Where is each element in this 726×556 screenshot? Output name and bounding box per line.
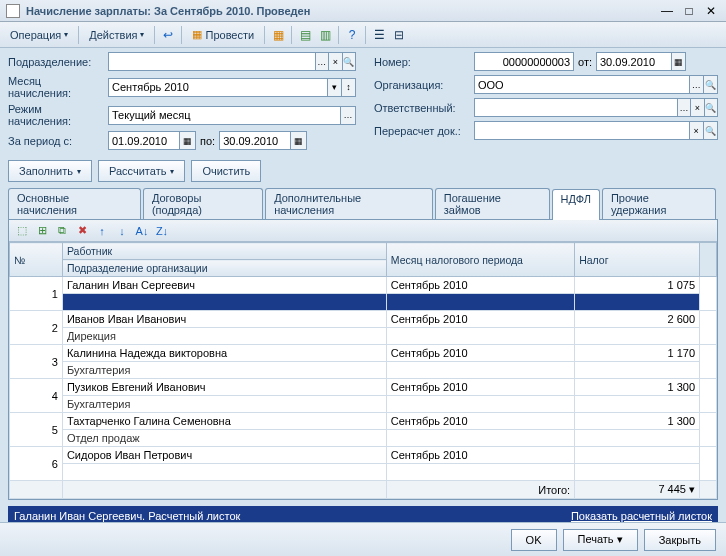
subdivision-input[interactable] [109,56,315,68]
table-row-sub[interactable]: Отдел продаж [10,430,717,447]
fill-button[interactable]: Заполнить [8,160,92,182]
period-from-input[interactable] [109,135,179,147]
number-field[interactable] [474,52,574,71]
total-label: Итого: [386,481,574,499]
list-icon[interactable]: ☰ [370,26,388,44]
search-icon[interactable]: 🔍 [703,122,717,139]
tree-icon[interactable]: ⊟ [390,26,408,44]
payslip-label: Галанин Иван Сергеевич. Расчетный листок [14,510,240,522]
sort-asc-icon[interactable]: A↓ [133,222,151,240]
close-form-button[interactable]: Закрыть [644,529,716,551]
sort-desc-icon[interactable]: Z↓ [153,222,171,240]
search-icon[interactable]: 🔍 [704,99,717,116]
table-row-sub[interactable] [10,464,717,481]
tab-loans[interactable]: Погашение займов [435,188,550,219]
insert-row-icon[interactable]: ⊞ [33,222,51,240]
data-grid[interactable]: № Работник Месяц налогового периода Нало… [9,242,717,499]
tab-main[interactable]: Основные начисления [8,188,141,219]
help-icon[interactable]: ? [343,26,361,44]
table-row[interactable]: 6Сидоров Иван ПетровичСентябрь 2010 [10,447,717,464]
clear-button[interactable]: Очистить [191,160,261,182]
period-to-label: по: [200,135,215,147]
clear-icon[interactable]: × [328,53,341,70]
mode-field[interactable]: … [108,106,356,125]
subdivision-field[interactable]: … × 🔍 [108,52,356,71]
tab-other[interactable]: Прочие удержания [602,188,716,219]
add-row-icon[interactable]: ⬚ [13,222,31,240]
operation-menu[interactable]: Операция [4,25,74,45]
table-row[interactable]: 5Тахтарченко Галина СеменовнаСентябрь 20… [10,413,717,430]
month-field[interactable]: ▾ ↕ [108,78,356,97]
ellipsis-icon[interactable]: … [315,53,328,70]
col-worker[interactable]: Работник [62,243,386,260]
delete-row-icon[interactable]: ✖ [73,222,91,240]
calendar-icon[interactable]: ▦ [290,132,306,149]
period-to-input[interactable] [220,135,290,147]
grid-panel: ⬚ ⊞ ⧉ ✖ ↑ ↓ A↓ Z↓ № Работник Месяц налог… [8,220,718,500]
maximize-button[interactable]: □ [680,4,698,18]
dropdown-icon[interactable]: ▾ [327,79,341,96]
footer-bar: OK Печать ▾ Закрыть [0,522,726,556]
move-up-icon[interactable]: ↑ [93,222,111,240]
minimize-button[interactable]: — [658,4,676,18]
ellipsis-icon[interactable]: … [340,107,355,124]
mode-input[interactable] [109,109,340,121]
post-button[interactable]: ▦Провести [186,25,260,45]
ellipsis-icon[interactable]: … [689,76,703,93]
col-subdivision[interactable]: Подразделение организации [62,260,386,277]
org-input[interactable] [475,79,689,91]
title-bar: Начисление зарплаты: За Сентябрь 2010. П… [0,0,726,22]
table-row-sub[interactable] [10,294,717,311]
move-down-icon[interactable]: ↓ [113,222,131,240]
table-row-sub[interactable]: Бухгалтерия [10,396,717,413]
print-button[interactable]: Печать ▾ [563,529,638,551]
copy-row-icon[interactable]: ⧉ [53,222,71,240]
table-row[interactable]: 3Калинина Надежда викторовнаСентябрь 201… [10,345,717,362]
table-row[interactable]: 2Иванов Иван ИвановичСентябрь 20102 600 [10,311,717,328]
ok-button[interactable]: OK [511,529,557,551]
period-from-field[interactable]: ▦ [108,131,196,150]
date-input[interactable] [597,56,671,68]
main-toolbar: Операция Действия ↩ ▦Провести ▦ ▤ ▥ ? ☰ … [0,22,726,48]
calendar-icon[interactable]: ▦ [179,132,195,149]
app-icon [6,4,20,18]
resp-field[interactable]: … × 🔍 [474,98,718,117]
clear-icon[interactable]: × [690,99,703,116]
tab-strip: Основные начисления Договоры (подряда) Д… [8,188,718,220]
table-row-sub[interactable]: Бухгалтерия [10,362,717,379]
window-title: Начисление зарплаты: За Сентябрь 2010. П… [26,5,658,17]
spinner-icon[interactable]: ↕ [341,79,355,96]
table-row-sub[interactable]: Дирекция [10,328,717,345]
col-tax[interactable]: Налог [575,243,700,277]
search-icon[interactable]: 🔍 [703,76,717,93]
tab-ndfl[interactable]: НДФЛ [552,189,600,220]
recalc-input[interactable] [475,125,689,137]
tab-additional[interactable]: Дополнительные начисления [265,188,433,219]
recalc-field[interactable]: × 🔍 [474,121,718,140]
search-icon[interactable]: 🔍 [342,53,355,70]
period-to-field[interactable]: ▦ [219,131,307,150]
month-input[interactable] [109,81,327,93]
org-field[interactable]: … 🔍 [474,75,718,94]
calendar-icon[interactable]: ▦ [671,53,685,70]
payslip-link[interactable]: Показать расчетный листок [571,510,712,522]
number-input[interactable] [475,56,573,68]
scrollbar-header [700,243,717,277]
close-button[interactable]: ✕ [702,4,720,18]
export-icon[interactable]: ▥ [316,26,334,44]
mode-label: Режим начисления: [8,103,104,127]
calc-button[interactable]: Рассчитать [98,160,185,182]
clear-icon[interactable]: × [689,122,703,139]
ellipsis-icon[interactable]: … [677,99,690,116]
date-field[interactable]: ▦ [596,52,686,71]
movement-icon[interactable]: ▤ [296,26,314,44]
col-no[interactable]: № [10,243,63,277]
col-period[interactable]: Месяц налогового периода [386,243,574,277]
actions-menu[interactable]: Действия [83,25,150,45]
table-row[interactable]: 4Пузиков Евгений ИвановичСентябрь 20101 … [10,379,717,396]
back-icon[interactable]: ↩ [159,26,177,44]
report-icon[interactable]: ▦ [269,26,287,44]
tab-contracts[interactable]: Договоры (подряда) [143,188,263,219]
table-row[interactable]: 1Галанин Иван СергеевичСентябрь 20101 07… [10,277,717,294]
resp-input[interactable] [475,102,677,114]
